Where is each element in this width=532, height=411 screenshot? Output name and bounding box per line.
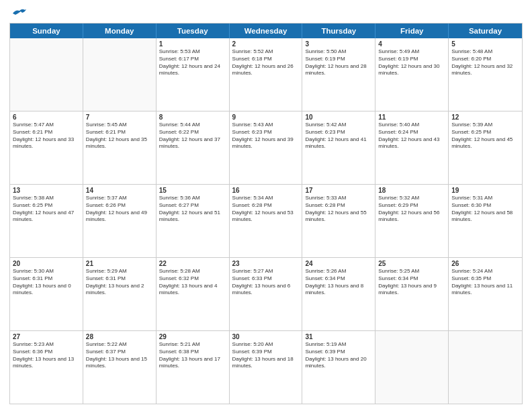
cell-content: Sunrise: 5:36 AM Sunset: 6:27 PM Dayligh… bbox=[159, 195, 226, 224]
cell-content: Sunrise: 5:20 AM Sunset: 6:39 PM Dayligh… bbox=[232, 341, 300, 370]
day-number: 13 bbox=[13, 187, 80, 194]
calendar-cell: 15Sunrise: 5:36 AM Sunset: 6:27 PM Dayli… bbox=[157, 185, 230, 257]
cell-content: Sunrise: 5:44 AM Sunset: 6:22 PM Dayligh… bbox=[159, 122, 226, 150]
day-number: 28 bbox=[86, 333, 153, 340]
cell-content: Sunrise: 5:48 AM Sunset: 6:20 PM Dayligh… bbox=[451, 48, 519, 77]
calendar-cell: 19Sunrise: 5:31 AM Sunset: 6:30 PM Dayli… bbox=[449, 185, 522, 257]
calendar-cell: 24Sunrise: 5:26 AM Sunset: 6:34 PM Dayli… bbox=[302, 258, 375, 330]
day-number: 20 bbox=[13, 260, 80, 267]
calendar-cell: 9Sunrise: 5:43 AM Sunset: 6:23 PM Daylig… bbox=[230, 111, 303, 184]
day-number: 1 bbox=[159, 40, 226, 48]
cell-content: Sunrise: 5:24 AM Sunset: 6:35 PM Dayligh… bbox=[451, 268, 519, 297]
cell-content: Sunrise: 5:25 AM Sunset: 6:34 PM Dayligh… bbox=[378, 268, 445, 297]
day-number: 8 bbox=[159, 113, 226, 121]
calendar-cell: 14Sunrise: 5:37 AM Sunset: 6:26 PM Dayli… bbox=[83, 185, 157, 257]
day-number: 14 bbox=[86, 187, 153, 194]
day-number: 19 bbox=[451, 187, 519, 194]
cell-content: Sunrise: 5:49 AM Sunset: 6:19 PM Dayligh… bbox=[378, 48, 445, 77]
calendar-cell: 30Sunrise: 5:20 AM Sunset: 6:39 PM Dayli… bbox=[230, 331, 303, 404]
day-number: 21 bbox=[86, 260, 153, 267]
calendar-cell: 12Sunrise: 5:39 AM Sunset: 6:25 PM Dayli… bbox=[449, 111, 522, 184]
cell-content: Sunrise: 5:30 AM Sunset: 6:31 PM Dayligh… bbox=[13, 268, 80, 297]
day-number: 7 bbox=[86, 113, 153, 121]
day-number: 12 bbox=[451, 113, 519, 121]
day-number: 9 bbox=[232, 113, 300, 121]
day-number: 11 bbox=[378, 113, 445, 121]
calendar-cell bbox=[83, 38, 157, 111]
day-number: 5 bbox=[451, 40, 519, 48]
day-number: 23 bbox=[232, 260, 300, 267]
calendar-cell: 29Sunrise: 5:21 AM Sunset: 6:38 PM Dayli… bbox=[157, 331, 230, 404]
day-number: 24 bbox=[305, 260, 372, 267]
calendar-cell: 11Sunrise: 5:40 AM Sunset: 6:24 PM Dayli… bbox=[375, 111, 449, 184]
cell-content: Sunrise: 5:19 AM Sunset: 6:39 PM Dayligh… bbox=[305, 341, 372, 370]
cell-content: Sunrise: 5:53 AM Sunset: 6:17 PM Dayligh… bbox=[159, 48, 226, 77]
calendar-cell: 18Sunrise: 5:32 AM Sunset: 6:29 PM Dayli… bbox=[375, 185, 449, 257]
page: SundayMondayTuesdayWednesdayThursdayFrid… bbox=[0, 0, 532, 411]
calendar-cell: 23Sunrise: 5:27 AM Sunset: 6:33 PM Dayli… bbox=[230, 258, 303, 330]
calendar-cell: 7Sunrise: 5:45 AM Sunset: 6:21 PM Daylig… bbox=[83, 111, 157, 184]
cell-content: Sunrise: 5:42 AM Sunset: 6:23 PM Dayligh… bbox=[305, 122, 372, 150]
calendar-cell: 3Sunrise: 5:50 AM Sunset: 6:19 PM Daylig… bbox=[302, 38, 375, 111]
cell-content: Sunrise: 5:33 AM Sunset: 6:28 PM Dayligh… bbox=[305, 195, 372, 224]
cell-content: Sunrise: 5:27 AM Sunset: 6:33 PM Dayligh… bbox=[232, 268, 300, 297]
calendar-header-cell: Tuesday bbox=[157, 24, 230, 38]
cell-content: Sunrise: 5:40 AM Sunset: 6:24 PM Dayligh… bbox=[378, 122, 445, 150]
calendar-cell: 22Sunrise: 5:28 AM Sunset: 6:32 PM Dayli… bbox=[157, 258, 230, 330]
cell-content: Sunrise: 5:31 AM Sunset: 6:30 PM Dayligh… bbox=[451, 195, 519, 224]
day-number: 29 bbox=[159, 333, 226, 340]
calendar-cell: 28Sunrise: 5:22 AM Sunset: 6:37 PM Dayli… bbox=[83, 331, 157, 404]
cell-content: Sunrise: 5:21 AM Sunset: 6:38 PM Dayligh… bbox=[159, 341, 226, 370]
day-number: 3 bbox=[305, 40, 372, 48]
day-number: 25 bbox=[378, 260, 445, 267]
calendar-cell: 26Sunrise: 5:24 AM Sunset: 6:35 PM Dayli… bbox=[449, 258, 522, 330]
calendar-cell: 20Sunrise: 5:30 AM Sunset: 6:31 PM Dayli… bbox=[10, 258, 83, 330]
calendar-cell bbox=[10, 38, 83, 111]
calendar-row: 20Sunrise: 5:30 AM Sunset: 6:31 PM Dayli… bbox=[10, 257, 522, 330]
calendar-cell: 2Sunrise: 5:52 AM Sunset: 6:18 PM Daylig… bbox=[230, 38, 303, 111]
day-number: 26 bbox=[451, 260, 519, 267]
calendar-cell: 1Sunrise: 5:53 AM Sunset: 6:17 PM Daylig… bbox=[157, 38, 230, 111]
day-number: 17 bbox=[305, 187, 372, 194]
day-number: 2 bbox=[232, 40, 300, 48]
day-number: 30 bbox=[232, 333, 300, 340]
calendar-cell: 13Sunrise: 5:38 AM Sunset: 6:25 PM Dayli… bbox=[10, 185, 83, 257]
day-number: 10 bbox=[305, 113, 372, 121]
calendar-cell bbox=[449, 331, 522, 404]
cell-content: Sunrise: 5:47 AM Sunset: 6:21 PM Dayligh… bbox=[13, 122, 80, 150]
day-number: 6 bbox=[13, 113, 80, 121]
calendar: SundayMondayTuesdayWednesdayThursdayFrid… bbox=[9, 23, 523, 404]
calendar-cell bbox=[375, 331, 449, 404]
calendar-header-cell: Wednesday bbox=[230, 24, 303, 38]
calendar-header-cell: Friday bbox=[375, 24, 449, 38]
calendar-header-cell: Monday bbox=[83, 24, 157, 38]
calendar-row: 6Sunrise: 5:47 AM Sunset: 6:21 PM Daylig… bbox=[10, 111, 522, 184]
day-number: 31 bbox=[305, 333, 372, 340]
day-number: 18 bbox=[378, 187, 445, 194]
calendar-cell: 16Sunrise: 5:34 AM Sunset: 6:28 PM Dayli… bbox=[230, 185, 303, 257]
calendar-header-cell: Thursday bbox=[302, 24, 375, 38]
cell-content: Sunrise: 5:50 AM Sunset: 6:19 PM Dayligh… bbox=[305, 48, 372, 77]
cell-content: Sunrise: 5:38 AM Sunset: 6:25 PM Dayligh… bbox=[13, 195, 80, 224]
cell-content: Sunrise: 5:23 AM Sunset: 6:36 PM Dayligh… bbox=[13, 341, 80, 370]
calendar-row: 27Sunrise: 5:23 AM Sunset: 6:36 PM Dayli… bbox=[10, 330, 522, 404]
calendar-row: 1Sunrise: 5:53 AM Sunset: 6:17 PM Daylig… bbox=[10, 38, 522, 111]
calendar-cell: 10Sunrise: 5:42 AM Sunset: 6:23 PM Dayli… bbox=[302, 111, 375, 184]
logo-bird-icon bbox=[11, 8, 26, 19]
cell-content: Sunrise: 5:45 AM Sunset: 6:21 PM Dayligh… bbox=[86, 122, 153, 150]
calendar-cell: 5Sunrise: 5:48 AM Sunset: 6:20 PM Daylig… bbox=[449, 38, 522, 111]
logo bbox=[9, 7, 26, 19]
header bbox=[9, 7, 523, 19]
cell-content: Sunrise: 5:29 AM Sunset: 6:31 PM Dayligh… bbox=[86, 268, 153, 297]
calendar-header: SundayMondayTuesdayWednesdayThursdayFrid… bbox=[10, 24, 522, 38]
calendar-cell: 6Sunrise: 5:47 AM Sunset: 6:21 PM Daylig… bbox=[10, 111, 83, 184]
cell-content: Sunrise: 5:43 AM Sunset: 6:23 PM Dayligh… bbox=[232, 122, 300, 150]
cell-content: Sunrise: 5:39 AM Sunset: 6:25 PM Dayligh… bbox=[451, 122, 519, 150]
calendar-header-cell: Sunday bbox=[10, 24, 83, 38]
calendar-cell: 31Sunrise: 5:19 AM Sunset: 6:39 PM Dayli… bbox=[302, 331, 375, 404]
day-number: 22 bbox=[159, 260, 226, 267]
day-number: 27 bbox=[13, 333, 80, 340]
calendar-cell: 27Sunrise: 5:23 AM Sunset: 6:36 PM Dayli… bbox=[10, 331, 83, 404]
calendar-cell: 8Sunrise: 5:44 AM Sunset: 6:22 PM Daylig… bbox=[157, 111, 230, 184]
cell-content: Sunrise: 5:32 AM Sunset: 6:29 PM Dayligh… bbox=[378, 195, 445, 224]
